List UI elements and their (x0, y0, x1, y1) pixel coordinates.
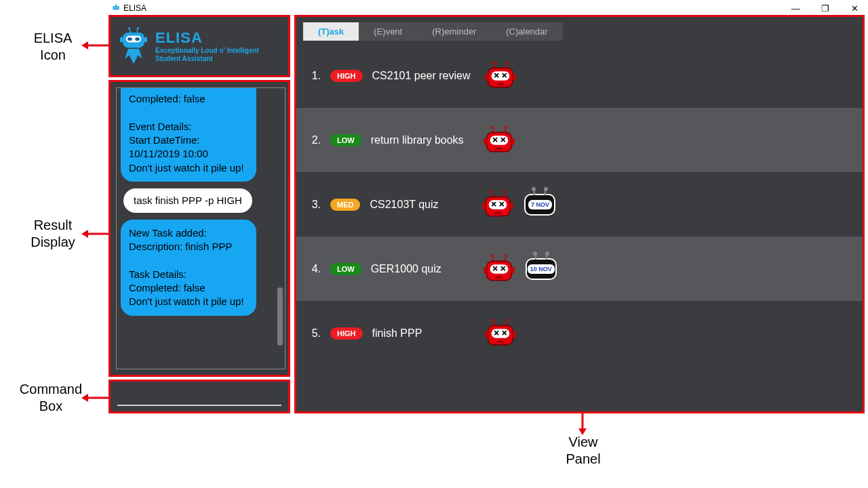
task-description: finish PPP (372, 327, 474, 340)
task-row[interactable]: 5.HIGHfinish PPP (296, 301, 863, 365)
task-description: GER1000 quiz (371, 263, 473, 275)
svg-rect-3 (115, 3, 116, 5)
app-title: ELISA (155, 29, 259, 47)
logo-pane: ELISA Exceptionally Loud n' Intelligent … (108, 15, 290, 77)
task-list: 1.HIGHCS2101 peer review2.LOWreturn libr… (296, 41, 863, 411)
tab-event[interactable]: (E)vent (359, 22, 417, 41)
task-index: 3. (309, 199, 321, 211)
robot-status-icon (481, 190, 515, 220)
svg-rect-0 (113, 5, 119, 9)
window-title: ELISA (123, 3, 146, 13)
svg-marker-31 (81, 394, 88, 402)
result-display: Task Details: Completed: false Event Det… (108, 80, 290, 377)
app-icon (111, 3, 121, 14)
priority-badge: LOW (330, 263, 361, 275)
svg-marker-33 (578, 428, 587, 435)
callout-view-panel: View Panel (536, 434, 631, 468)
task-row[interactable]: 4.LOWGER1000 quiz10 NOV (296, 237, 863, 301)
task-index: 1. (309, 70, 321, 82)
priority-badge: HIGH (330, 327, 363, 340)
tab-task[interactable]: (T)ask (303, 22, 359, 41)
priority-badge: HIGH (330, 70, 363, 82)
arrow-icon (80, 228, 110, 240)
robot-status-icon (482, 125, 516, 155)
chat-bubble-user-cmd: task finish PPP -p HIGH (123, 188, 252, 213)
window-minimize-button[interactable]: — (782, 3, 809, 14)
task-row[interactable]: 2.LOWreturn library books (296, 108, 863, 172)
svg-marker-29 (81, 230, 88, 238)
window-titlebar: ELISA — ❐ ✕ (108, 1, 868, 15)
svg-point-2 (117, 7, 118, 8)
date-badge: 7 NOV (524, 194, 555, 216)
result-scrollbar[interactable] (277, 95, 283, 362)
arrow-icon (80, 39, 110, 52)
tabs-bar: (T)ask(E)vent(R)eminder(C)alendar (296, 17, 863, 41)
robot-status-icon (484, 61, 517, 91)
app-subtitle-1: Exceptionally Loud n' Intelligent (155, 47, 259, 55)
task-index: 2. (309, 134, 321, 146)
app-window: ELISA Exceptionally Loud n' Intelligent … (108, 15, 865, 413)
priority-badge: LOW (330, 134, 361, 146)
date-badge: 10 NOV (526, 258, 557, 280)
elisa-logo-icon (117, 26, 150, 66)
tab-calendar[interactable]: (C)alendar (491, 22, 562, 41)
task-row[interactable]: 1.HIGHCS2101 peer review (296, 43, 863, 108)
task-row[interactable]: 3.MEDCS2103T quiz7 NOV (296, 172, 863, 237)
chat-bubble-response: Task Details: Completed: false Event Det… (121, 87, 256, 182)
task-description: CS2103T quiz (370, 199, 471, 211)
view-panel: (T)ask(E)vent(R)eminder(C)alendar 1.HIGH… (294, 15, 865, 413)
arrow-icon (80, 392, 110, 404)
window-close-button[interactable]: ✕ (841, 3, 868, 14)
task-index: 4. (309, 263, 321, 275)
svg-point-1 (114, 7, 115, 8)
app-subtitle-2: Student Assistant (155, 55, 259, 63)
task-index: 5. (309, 327, 321, 340)
chat-bubble-response: New Task added: Description: finish PPP … (121, 220, 256, 316)
robot-status-icon (484, 319, 517, 348)
window-maximize-button[interactable]: ❐ (812, 3, 839, 14)
robot-status-icon (482, 254, 516, 284)
task-description: return library books (371, 134, 473, 146)
tab-reminder[interactable]: (R)eminder (417, 22, 491, 41)
command-box (108, 380, 290, 413)
command-input[interactable] (117, 388, 281, 406)
task-description: CS2101 peer review (372, 70, 474, 82)
priority-badge: MED (330, 199, 360, 211)
svg-marker-27 (81, 41, 88, 49)
arrow-icon (576, 412, 589, 436)
